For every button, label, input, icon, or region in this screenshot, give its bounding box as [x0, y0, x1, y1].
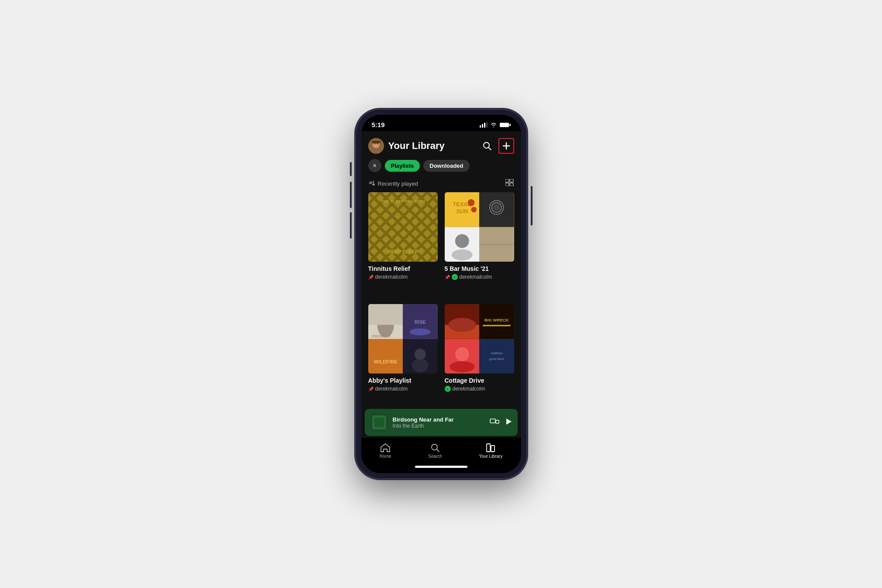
- mini-player-info: Birdsong Near and Far Into the Earth: [393, 416, 485, 429]
- nav-library-label: Your Library: [479, 454, 503, 459]
- notch: [415, 115, 467, 128]
- playlist-owner-5bar: derekmalcolm: [460, 274, 492, 280]
- nav-search[interactable]: Search: [419, 441, 451, 460]
- mute-button[interactable]: [350, 162, 352, 176]
- playlist-meta-abbys: 📌 derekmalcolm: [368, 386, 438, 392]
- volume-up-button[interactable]: [350, 182, 352, 208]
- svg-point-52: [415, 349, 425, 360]
- cottage-art-2: BIG WRECK: [479, 304, 514, 339]
- connect-device-button[interactable]: [490, 418, 499, 428]
- pin-icon: 📌: [368, 275, 374, 280]
- sort-bar: Recently played: [361, 177, 521, 192]
- svg-point-35: [493, 204, 500, 211]
- abbys-art-2: RISE: [403, 304, 438, 339]
- nav-library[interactable]: Your Library: [470, 441, 512, 460]
- playlist-item-tinnitus[interactable]: THE SLEEP PHASERS DEEP SLEEP Tinnitus Re…: [368, 192, 438, 297]
- library-icon: [486, 443, 495, 453]
- playlist-item-5bar[interactable]: TEXAS SUN: [445, 192, 514, 297]
- status-icons: [480, 122, 511, 128]
- svg-rect-21: [510, 183, 513, 186]
- cottage-art-1: [445, 304, 480, 339]
- mini-player-subtitle: Into the Earth: [393, 423, 485, 429]
- phone-frame: 5:19: [356, 110, 526, 478]
- svg-marker-71: [506, 419, 512, 425]
- abbys-art-3: WILDFIRE: [368, 339, 403, 374]
- cottage-art-3: [445, 339, 480, 374]
- playlist-title-tinnitus: Tinnitus Relief: [368, 265, 438, 272]
- power-button[interactable]: [531, 186, 533, 225]
- playlist-item-cottage[interactable]: BIG WRECK: [445, 304, 514, 409]
- status-time: 5:19: [372, 121, 385, 128]
- playlist-meta-5bar: 📌 • derekmalcolm: [445, 274, 514, 280]
- playlist-owner-abbys: derekmalcolm: [375, 386, 408, 392]
- svg-rect-5: [509, 124, 511, 126]
- playlist-title-cottage: Cottage Drive: [445, 377, 514, 384]
- playlist-title-abbys: Abby's Playlist: [368, 377, 438, 384]
- sort-left[interactable]: Recently played: [368, 180, 419, 187]
- nav-home[interactable]: Home: [371, 441, 400, 460]
- play-button[interactable]: [505, 418, 512, 428]
- volume-down-button[interactable]: [350, 212, 352, 239]
- svg-text:THE SLEEP PHASERS: THE SLEEP PHASERS: [380, 199, 425, 204]
- avatar[interactable]: [368, 138, 384, 154]
- quad-art-1: TEXAS SUN: [445, 192, 480, 227]
- header-icons: [479, 138, 514, 154]
- svg-point-61: [455, 347, 469, 361]
- view-toggle-button[interactable]: [505, 179, 514, 188]
- svg-rect-74: [487, 444, 490, 452]
- playlist-item-abbys[interactable]: reputation RISE: [368, 304, 438, 409]
- svg-rect-4: [500, 123, 509, 127]
- add-button[interactable]: [498, 138, 514, 154]
- quad-art-2: [479, 192, 514, 227]
- svg-rect-58: [483, 325, 511, 326]
- home-icon: [380, 443, 391, 453]
- cottage-art-4: matthew good band: [479, 339, 514, 374]
- downloaded-filter-button[interactable]: Downloaded: [423, 160, 469, 172]
- battery-icon: [500, 122, 511, 128]
- signal-icon: [480, 122, 488, 128]
- header: Your Library: [361, 131, 521, 157]
- svg-point-60: [450, 361, 474, 372]
- search-button[interactable]: [479, 138, 495, 154]
- collab-icon-5bar: •: [452, 274, 458, 280]
- app-content: Your Library: [361, 131, 521, 473]
- mini-player[interactable]: Birdsong Near and Far Into the Earth: [365, 409, 518, 436]
- playlist-meta-tinnitus: 📌 derekmalcolm: [368, 274, 438, 280]
- nav-search-icon: [430, 443, 440, 453]
- playlist-owner-cottage: derekmalcolm: [453, 386, 485, 392]
- svg-rect-48: [368, 339, 403, 374]
- sort-label: Recently played: [378, 180, 419, 187]
- svg-rect-19: [510, 179, 513, 182]
- home-bar: [415, 466, 467, 468]
- phone-screen: 5:19: [361, 115, 521, 473]
- svg-rect-11: [372, 141, 380, 143]
- home-indicator: [361, 462, 521, 473]
- album-art-5bar: TEXAS SUN: [445, 192, 514, 262]
- svg-point-30: [467, 199, 474, 206]
- abbys-art-4: [403, 339, 438, 374]
- svg-line-73: [437, 450, 439, 452]
- page-title: Your Library: [388, 140, 475, 152]
- svg-text:WILDFIRE: WILDFIRE: [374, 359, 397, 364]
- playlist-owner-tinnitus: derekmalcolm: [375, 274, 408, 280]
- wifi-icon: [490, 122, 497, 128]
- svg-line-13: [488, 148, 491, 150]
- svg-text:BIG WRECK: BIG WRECK: [484, 318, 509, 322]
- bottom-nav: Home Search Your Library: [361, 438, 521, 462]
- playlist-grid: THE SLEEP PHASERS DEEP SLEEP Tinnitus Re…: [361, 192, 521, 409]
- svg-rect-0: [480, 125, 481, 128]
- svg-rect-20: [505, 183, 509, 186]
- pin-icon-abbys: 📌: [368, 387, 374, 391]
- svg-point-37: [451, 249, 472, 260]
- svg-rect-75: [491, 446, 495, 452]
- filter-bar: × Playlists Downloaded: [361, 157, 521, 177]
- clear-filter-button[interactable]: ×: [368, 159, 381, 172]
- album-art-abbys: reputation RISE: [368, 304, 438, 374]
- collab-icon-cottage: •: [445, 386, 451, 392]
- svg-point-31: [471, 207, 477, 212]
- playlists-filter-button[interactable]: Playlists: [385, 160, 420, 172]
- playlist-title-5bar: 5 Bar Music '21: [445, 265, 514, 272]
- sort-icon: [368, 180, 375, 187]
- svg-text:good band: good band: [489, 357, 504, 360]
- svg-point-47: [410, 329, 431, 336]
